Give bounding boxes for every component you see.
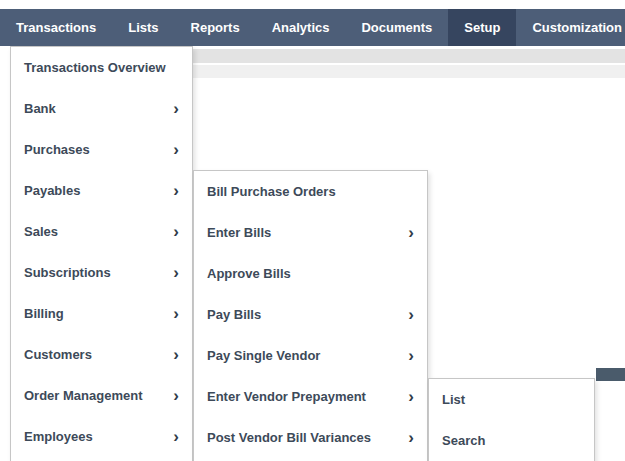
chevron-right-icon: › [173, 264, 179, 281]
chevron-right-icon: › [173, 387, 179, 404]
menu-item-label: Post Vendor Bill Variances [207, 430, 371, 445]
payables-submenu: Bill Purchase Orders Enter Bills › Appro… [193, 170, 428, 461]
chevron-right-icon: › [173, 305, 179, 322]
chevron-right-icon: › [173, 100, 179, 117]
menu-item-label: Enter Bills [207, 225, 271, 240]
menu-item-purchases[interactable]: Purchases › [11, 129, 192, 170]
enter-vendor-prepayment-submenu: List Search [428, 378, 595, 461]
menu-item-post-vendor-bill-variances[interactable]: Post Vendor Bill Variances › [194, 417, 427, 458]
menu-item-bill-purchase-orders[interactable]: Bill Purchase Orders [194, 171, 427, 212]
menu-item-label: List [442, 392, 465, 407]
nav-item-customization[interactable]: Customization [516, 9, 625, 46]
menu-item-customers[interactable]: Customers › [11, 334, 192, 375]
menu-item-label: Approve Bills [207, 266, 291, 281]
chevron-right-icon: › [173, 346, 179, 363]
menu-item-payables[interactable]: Payables › [11, 170, 192, 211]
chevron-right-icon: › [173, 141, 179, 158]
menu-item-approve-bills[interactable]: Approve Bills [194, 253, 427, 294]
menu-item-label: Bank [24, 101, 56, 116]
menu-item-label: Payables [24, 183, 80, 198]
chevron-right-icon: › [173, 428, 179, 445]
menu-item-search[interactable]: Search [429, 420, 594, 461]
chevron-right-icon: › [173, 182, 179, 199]
chevron-right-icon: › [408, 347, 414, 364]
menu-item-enter-bills[interactable]: Enter Bills › [194, 212, 427, 253]
nav-item-reports[interactable]: Reports [175, 9, 256, 46]
menu-item-transactions-overview[interactable]: Transactions Overview [11, 47, 192, 88]
menu-item-label: Employees [24, 429, 93, 444]
chevron-right-icon: › [408, 429, 414, 446]
chevron-right-icon: › [408, 224, 414, 241]
menu-item-label: Order Management [24, 388, 142, 403]
nav-item-analytics[interactable]: Analytics [256, 9, 346, 46]
menu-item-sales[interactable]: Sales › [11, 211, 192, 252]
background-fragment [596, 368, 625, 381]
menu-item-pay-single-vendor[interactable]: Pay Single Vendor › [194, 335, 427, 376]
menu-item-label: Purchases [24, 142, 90, 157]
menu-item-label: Enter Vendor Prepayment [207, 389, 366, 404]
chevron-right-icon: › [173, 223, 179, 240]
menu-item-pay-bills[interactable]: Pay Bills › [194, 294, 427, 335]
chevron-right-icon: › [408, 388, 414, 405]
nav-item-transactions[interactable]: Transactions [0, 9, 112, 46]
main-navbar: Transactions Lists Reports Analytics Doc… [0, 9, 625, 46]
menu-item-order-management[interactable]: Order Management › [11, 375, 192, 416]
background-row [193, 65, 625, 78]
menu-item-label: Billing [24, 306, 64, 321]
menu-item-label: Subscriptions [24, 265, 111, 280]
nav-item-lists[interactable]: Lists [112, 9, 174, 46]
menu-item-bank[interactable]: Bank › [11, 88, 192, 129]
menu-item-label: Search [442, 433, 485, 448]
menu-item-employees[interactable]: Employees › [11, 416, 192, 457]
menu-item-list[interactable]: List [429, 379, 594, 420]
menu-item-label: Transactions Overview [24, 60, 166, 75]
menu-item-label: Bill Purchase Orders [207, 184, 336, 199]
background-row [193, 49, 625, 63]
chevron-right-icon: › [408, 306, 414, 323]
nav-item-setup[interactable]: Setup [448, 9, 516, 46]
menu-item-enter-vendor-prepayment[interactable]: Enter Vendor Prepayment › [194, 376, 427, 417]
nav-item-documents[interactable]: Documents [345, 9, 448, 46]
menu-item-label: Sales [24, 224, 58, 239]
menu-item-billing[interactable]: Billing › [11, 293, 192, 334]
menu-item-label: Pay Single Vendor [207, 348, 320, 363]
menu-item-label: Customers [24, 347, 92, 362]
transactions-menu: Transactions Overview Bank › Purchases ›… [10, 46, 193, 461]
menu-item-label: Pay Bills [207, 307, 261, 322]
menu-item-subscriptions[interactable]: Subscriptions › [11, 252, 192, 293]
